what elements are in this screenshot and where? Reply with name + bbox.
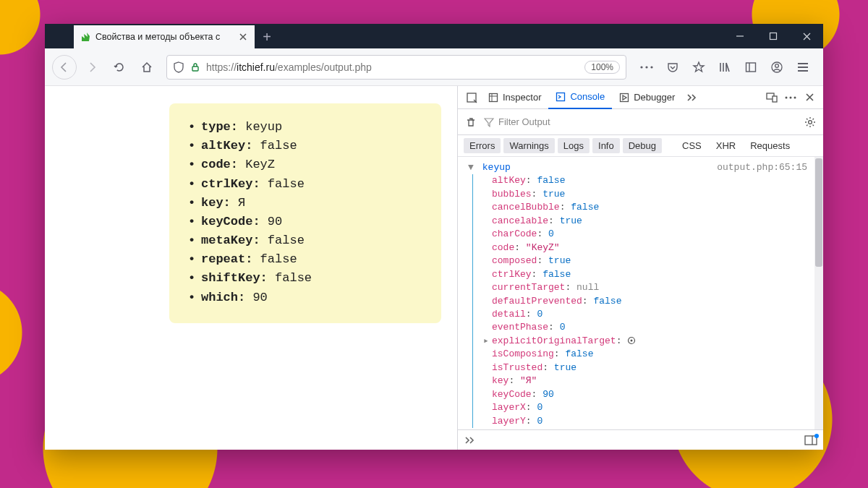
console-object-property[interactable]: charCode: 0 [483,228,807,241]
console-event-name[interactable]: keyup [482,162,511,173]
cat-debug[interactable]: Debug [623,138,662,153]
event-property-item: metaKey: false [188,231,422,250]
svg-point-4 [650,66,652,68]
cat-xhr[interactable]: XHR [710,138,741,153]
console-object-property[interactable]: cancelable: true [483,215,807,228]
bookmark-star-button[interactable] [686,55,712,80]
console-clear-icon[interactable] [465,116,477,128]
content-area: type: keyupaltKey: falsecode: KeyZctrlKe… [45,86,823,450]
console-split-icon[interactable] [804,435,817,445]
console-object-property[interactable]: layerX: 0 [483,401,807,414]
devtools-meatball-icon[interactable] [781,95,800,100]
window-close-button[interactable] [790,24,823,48]
cat-info[interactable]: Info [592,138,620,153]
cat-logs[interactable]: Logs [558,138,590,153]
event-property-item: repeat: false [188,250,422,269]
event-property-item: which: 90 [188,288,422,307]
app-menu-button[interactable] [790,55,816,80]
svg-point-17 [809,120,812,124]
console-object-property[interactable]: eventPhase: 0 [483,321,807,334]
tab-bar: Свойства и методы объекта с + [45,24,823,48]
window-maximize-button[interactable] [757,24,790,48]
console-filter-placeholder: Filter Output [498,116,550,127]
page-viewport[interactable]: type: keyupaltKey: falsecode: KeyZctrlKe… [45,86,457,450]
back-button[interactable] [52,55,77,80]
console-object-property[interactable]: detail: 0 [483,308,807,321]
devtools-close-icon[interactable] [800,93,819,102]
svg-point-15 [790,96,792,98]
console-object-property[interactable]: composed: true [483,254,807,267]
devtools-tabs: Inspector Console Debugger [458,86,823,109]
reload-button[interactable] [107,55,132,80]
lock-icon[interactable] [190,62,200,72]
event-property-item: shiftKey: false [188,269,422,288]
devtools-iframe-picker-icon[interactable] [462,92,481,103]
tab-console-label: Console [570,91,605,102]
zoom-indicator[interactable]: 100% [584,61,620,74]
console-object-property[interactable]: currentTarget: null [483,281,807,294]
svg-rect-13 [773,96,777,102]
event-property-item: ctrlKey: false [188,175,422,194]
console-object-property[interactable]: altKey: false [483,174,807,187]
console-input-chevron-icon[interactable] [464,436,475,445]
console-object-property[interactable]: ctrlKey: false [483,268,807,281]
svg-point-16 [794,96,796,98]
shield-icon[interactable] [173,61,184,73]
console-object-property[interactable]: defaultPrevented: false [483,295,807,308]
console-object-property[interactable]: code: "KeyZ" [483,241,807,254]
console-scroll-region[interactable]: ▼ keyup output.php:65:15 altKey: falsebu… [458,157,814,429]
console-output: ▼ keyup output.php:65:15 altKey: falsebu… [458,157,823,429]
devtools-overflow-icon[interactable] [682,93,701,102]
library-button[interactable] [712,55,738,80]
page-actions-button[interactable] [634,55,660,80]
svg-point-19 [631,339,633,341]
console-footer [458,429,823,450]
console-object-property[interactable]: isComposing: false [483,348,807,361]
devtools-responsive-icon[interactable] [762,93,781,103]
console-object-property[interactable]: keyCode: 90 [483,388,807,401]
forward-button[interactable] [80,55,104,80]
console-scrollbar[interactable] [814,157,823,429]
console-source-link[interactable]: output.php:65:15 [717,161,807,174]
event-property-item: code: KeyZ [188,155,422,174]
console-object-property[interactable]: cancelBubble: false [483,201,807,214]
svg-rect-1 [192,67,198,71]
new-tab-button[interactable]: + [255,25,279,48]
pocket-button[interactable] [660,55,686,80]
window-minimize-button[interactable] [723,24,757,48]
disclosure-triangle-icon[interactable]: ▼ [468,161,477,174]
svg-rect-9 [490,93,498,101]
navigation-toolbar: https://itchief.ru/examples/output.php 1… [45,48,823,86]
cat-errors[interactable]: Errors [464,138,501,153]
console-filter-input[interactable]: Filter Output [484,116,797,127]
account-button[interactable] [764,55,790,80]
console-object-property[interactable]: layerY: 0 [483,415,807,428]
browser-tab[interactable]: Свойства и методы объекта с [74,25,255,48]
address-bar[interactable]: https://itchief.ru/examples/output.php 1… [166,55,626,80]
cat-warnings[interactable]: Warnings [503,138,554,153]
tab-console[interactable]: Console [548,86,612,109]
tab-debugger[interactable]: Debugger [612,86,682,109]
url-text: https://itchief.ru/examples/output.php [206,61,579,73]
console-categories: Errors Warnings Logs Info Debug CSS XHR … [458,135,823,157]
console-settings-icon[interactable] [804,116,816,128]
sidebar-button[interactable] [738,55,764,80]
tab-inspector[interactable]: Inspector [481,86,548,109]
console-object-property[interactable]: key: "Я" [483,374,807,388]
event-property-item: keyCode: 90 [188,213,422,231]
tab-close-icon[interactable] [237,31,249,43]
event-property-item: altKey: false [188,137,422,155]
home-button[interactable] [135,55,159,80]
cat-requests[interactable]: Requests [744,138,796,153]
console-filter-bar: Filter Output [458,109,823,135]
console-object-property[interactable]: ▸explicitOriginalTarget: [483,335,807,348]
browser-window: Свойства и методы объекта с + http [45,24,823,450]
devtools-panel: Inspector Console Debugger [457,86,823,450]
console-object-property[interactable]: isTrusted: true [483,361,807,374]
cat-css[interactable]: CSS [676,138,707,153]
event-property-item: type: keyup [188,118,422,137]
tab-debugger-label: Debugger [634,92,675,103]
svg-point-14 [786,96,788,98]
favicon-icon [80,31,91,43]
console-object-property[interactable]: bubbles: true [483,188,807,201]
